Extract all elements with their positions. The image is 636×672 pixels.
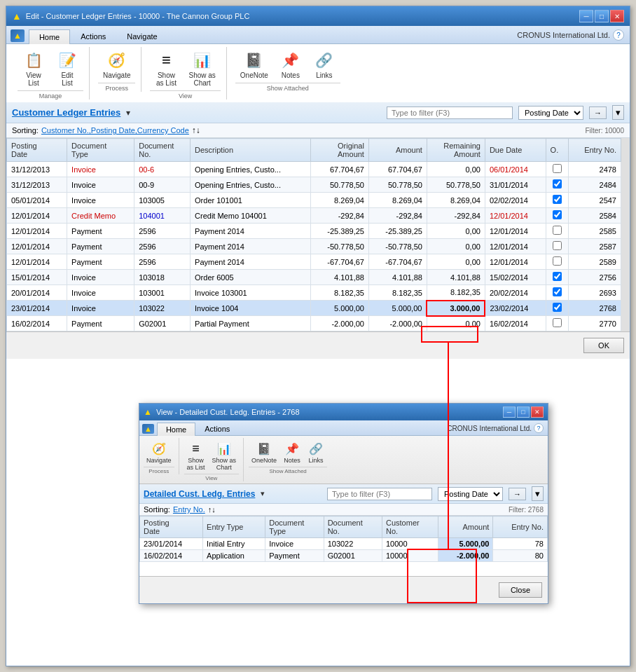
cell-due-date: 12/01/2014 <box>485 239 546 254</box>
filter-field-select[interactable]: Posting Date <box>518 106 583 120</box>
edit-list-button[interactable]: 📝 EditList <box>51 47 83 89</box>
title-dropdown-icon[interactable]: ▾ <box>126 108 130 118</box>
table-row[interactable]: 20/01/2014 Invoice 103001 Invoice 103001… <box>7 285 621 301</box>
sub-logo-btn[interactable]: ▲ <box>139 423 157 435</box>
cell-amount: -25.389,25 <box>368 224 427 239</box>
sub-sort-icon[interactable]: ↑↓ <box>208 505 216 514</box>
sub-close-button[interactable]: ✕ <box>531 406 544 418</box>
tab-navigate[interactable]: Navigate <box>116 29 167 43</box>
cell-open[interactable] <box>546 177 569 193</box>
table-row[interactable]: 31/12/2013 Invoice 00-9 Opening Entries,… <box>7 177 621 193</box>
sub-notes-button[interactable]: 📌 Notes <box>281 438 303 466</box>
sub-title-bar: ▲ View - Detailed Cust. Ledg. Entries - … <box>139 404 548 420</box>
cell-due-date: 20/02/2014 <box>485 285 546 301</box>
notes-button[interactable]: 📌 Notes <box>275 47 307 81</box>
navigate-button[interactable]: 🧭 Navigate <box>98 47 135 81</box>
sub-col-document-type[interactable]: DocumentType <box>265 516 324 538</box>
col-posting-date[interactable]: PostingDate <box>7 139 67 162</box>
col-due-date[interactable]: Due Date <box>485 139 546 162</box>
sub-table-row[interactable]: 16/02/2014 Application Payment G02001 10… <box>140 550 548 562</box>
sub-title-dropdown[interactable]: ▾ <box>261 489 265 498</box>
close-button-sub[interactable]: Close <box>499 582 542 598</box>
col-remaining-amount[interactable]: RemainingAmount <box>427 139 485 162</box>
sub-cell-amount: 5.000,00 <box>438 538 493 550</box>
close-button[interactable]: ✕ <box>610 10 624 22</box>
table-row[interactable]: 12/01/2014 Payment 2596 Payment 2014 -25… <box>7 224 621 239</box>
sub-help-icon[interactable]: ? <box>534 423 544 433</box>
ok-button[interactable]: OK <box>583 338 624 353</box>
cell-open[interactable] <box>546 301 569 316</box>
sub-filter-field-select[interactable]: Posting Date <box>438 487 503 501</box>
sub-tab-home[interactable]: Home <box>157 423 195 436</box>
sub-show-chart-button[interactable]: 📊 Show asChart <box>209 438 240 473</box>
show-as-chart-button[interactable]: 📊 Show asChart <box>184 47 220 89</box>
sub-col-entry-no[interactable]: Entry No. <box>493 516 548 538</box>
sub-col-amount[interactable]: Amount <box>438 516 493 538</box>
minimize-button[interactable]: ─ <box>579 10 593 22</box>
restore-button[interactable]: □ <box>595 10 609 22</box>
sub-restore-button[interactable]: □ <box>517 406 530 418</box>
tab-actions[interactable]: Actions <box>70 29 116 43</box>
table-row[interactable]: 23/01/2014 Invoice 103022 Invoice 1004 5… <box>7 301 621 316</box>
filter-go-button[interactable]: → <box>589 107 607 119</box>
cell-due-date: 12/01/2014 <box>485 208 546 224</box>
col-document-type[interactable]: DocumentType <box>67 139 134 162</box>
cell-open[interactable] <box>546 239 569 254</box>
cell-open[interactable] <box>546 224 569 239</box>
links-button[interactable]: 🔗 Links <box>308 47 340 81</box>
table-row[interactable]: 12/01/2014 Payment 2596 Payment 2014 -50… <box>7 239 621 254</box>
process-group-label: Process <box>98 83 135 92</box>
cell-document-type: Payment <box>67 224 134 239</box>
cell-open[interactable] <box>546 316 569 331</box>
cell-entry-no: 2585 <box>569 224 621 239</box>
col-amount[interactable]: Amount <box>368 139 427 162</box>
sub-links-button[interactable]: 🔗 Links <box>305 438 327 466</box>
sub-col-document-no[interactable]: DocumentNo. <box>324 516 382 538</box>
onenote-button[interactable]: 📓 OneNote <box>235 47 273 81</box>
sub-view-label: View <box>184 474 240 481</box>
filter-input[interactable] <box>387 107 513 119</box>
col-open[interactable]: O. <box>546 139 569 162</box>
show-as-list-button[interactable]: ≡ Showas List <box>150 47 182 89</box>
sub-tab-actions[interactable]: Actions <box>195 422 239 435</box>
sub-filter-expand-button[interactable]: ▾ <box>532 486 544 501</box>
sort-icon[interactable]: ↑↓ <box>192 125 200 135</box>
sort-value[interactable]: Customer No.,Posting Date,Currency Code <box>41 126 189 135</box>
cell-open[interactable] <box>546 162 569 177</box>
sub-show-list-button[interactable]: ≡ Showas List <box>184 438 208 473</box>
sub-cell-document-type: Payment <box>265 550 324 562</box>
table-row[interactable]: 05/01/2014 Invoice 103005 Order 101001 8… <box>7 193 621 208</box>
table-row[interactable]: 16/02/2014 Payment G02001 Partial Paymen… <box>7 316 621 331</box>
sub-col-entry-type[interactable]: Entry Type <box>203 516 265 538</box>
sub-sort-value[interactable]: Entry No. <box>173 505 205 514</box>
cell-open[interactable] <box>546 285 569 301</box>
filter-expand-button[interactable]: ▾ <box>612 105 624 120</box>
cell-open[interactable] <box>546 208 569 224</box>
cell-entry-no: 2756 <box>569 270 621 285</box>
col-original-amount[interactable]: OriginalAmount <box>310 139 368 162</box>
col-document-no[interactable]: DocumentNo. <box>134 139 191 162</box>
table-row[interactable]: 31/12/2013 Invoice 00-6 Opening Entries,… <box>7 162 621 177</box>
help-icon[interactable]: ? <box>613 29 624 41</box>
sub-navigate-button[interactable]: 🧭 Navigate <box>144 438 174 466</box>
cell-open[interactable] <box>546 254 569 270</box>
col-description[interactable]: Description <box>191 139 311 162</box>
cell-open[interactable] <box>546 193 569 208</box>
cell-remaining-amount: 4.101,88 <box>427 270 485 285</box>
table-row[interactable]: 12/01/2014 Payment 2596 Payment 2014 -67… <box>7 254 621 270</box>
table-row[interactable]: 15/01/2014 Invoice 103018 Order 6005 4.1… <box>7 270 621 285</box>
sub-filter-go-button[interactable]: → <box>509 488 526 500</box>
cell-open[interactable] <box>546 270 569 285</box>
cell-posting-date: 12/01/2014 <box>7 239 67 254</box>
logo-tab[interactable]: ▲ <box>6 28 29 43</box>
sub-onenote-button[interactable]: 📓 OneNote <box>249 438 279 466</box>
sub-table-row[interactable]: 23/01/2014 Initial Entry Invoice 103022 … <box>140 538 548 550</box>
view-list-button[interactable]: 📋 ViewList <box>18 47 50 89</box>
sub-filter-input[interactable] <box>327 488 432 500</box>
sub-minimize-button[interactable]: ─ <box>503 406 516 418</box>
sub-col-customer-no[interactable]: CustomerNo. <box>382 516 438 538</box>
table-row[interactable]: 12/01/2014 Credit Memo 104001 Credit Mem… <box>7 208 621 224</box>
tab-home[interactable]: Home <box>29 29 70 44</box>
col-entry-no[interactable]: Entry No. <box>569 139 621 162</box>
sub-col-posting-date[interactable]: PostingDate <box>140 516 203 538</box>
